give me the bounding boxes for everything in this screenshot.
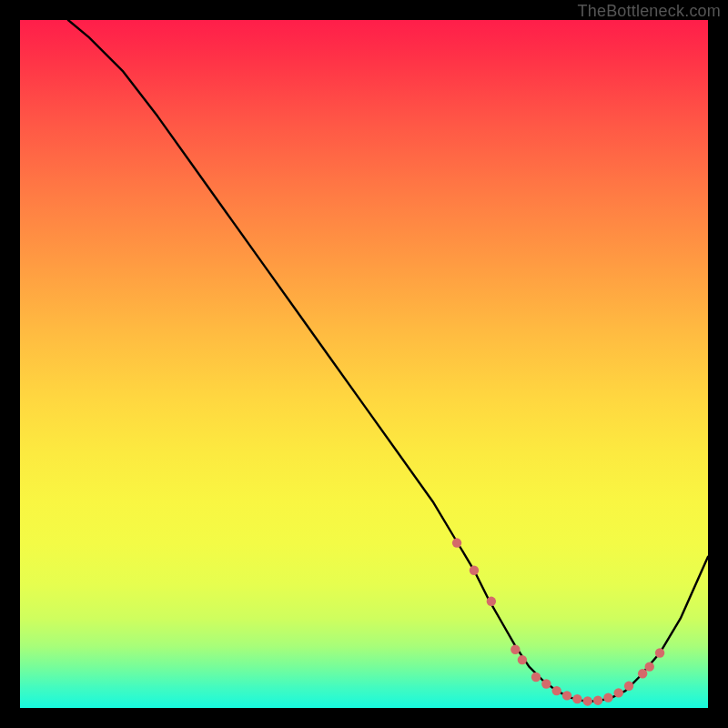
dot <box>655 648 664 657</box>
chart-svg <box>20 20 708 708</box>
dot <box>624 682 633 691</box>
bottleneck-curve <box>68 20 708 701</box>
dot <box>638 669 647 678</box>
dot <box>614 688 623 697</box>
optimal-range-dots <box>452 538 664 705</box>
dot <box>551 686 561 695</box>
dot <box>593 695 602 704</box>
dot <box>572 694 581 703</box>
dot <box>531 672 541 682</box>
dot <box>583 696 592 705</box>
dot <box>541 679 551 688</box>
dot <box>511 645 520 654</box>
plot-area <box>20 20 708 708</box>
dot <box>645 662 654 671</box>
dot <box>470 566 479 575</box>
dot <box>562 691 571 700</box>
chart-stage: TheBottleneck.com <box>0 0 728 728</box>
dot <box>603 693 612 702</box>
watermark-text: TheBottleneck.com <box>578 2 721 21</box>
dot <box>452 538 461 547</box>
dot <box>518 655 527 664</box>
dot <box>487 597 496 606</box>
